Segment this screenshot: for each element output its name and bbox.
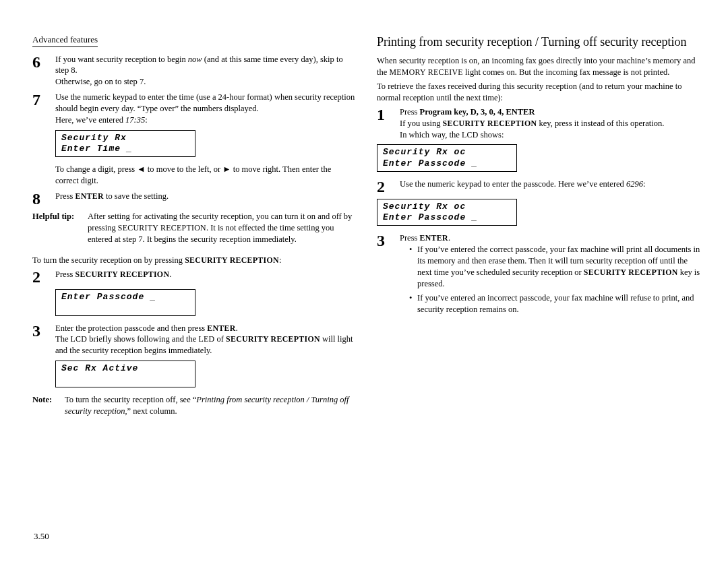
text: Otherwise, go on to step 7. <box>55 76 357 88</box>
key-name: SECURITY RECEPTION <box>584 268 678 277</box>
text: The LCD briefly shows following and the … <box>55 334 357 356</box>
text: . <box>448 233 450 243</box>
step-2: 2 Press SECURITY RECEPTION. <box>32 269 357 285</box>
page-number: 3.50 <box>34 531 49 542</box>
text: The <box>55 334 71 344</box>
intro-paragraph: When security reception is on, an incomi… <box>377 55 701 78</box>
lcd-line-2: Enter Passcode _ <box>383 158 511 169</box>
tip-body: After setting for activating the securit… <box>88 211 357 245</box>
step-r2: 2 Use the numeric keypad to enter the pa… <box>377 179 701 195</box>
key-name: ENTER <box>420 233 448 243</box>
key-name: SECURITY RECEPTION <box>75 270 170 279</box>
step-body: Press Program key, D, 3, 0, 4, ENTER If … <box>400 106 701 141</box>
text-italic: now <box>188 55 202 64</box>
text: to save the setting. <box>104 191 169 201</box>
text: If you using SECURITY RECEPTION key, pre… <box>400 118 701 129</box>
lcd-line-1: Enter Passcode _ <box>61 292 189 303</box>
step-body: Press SECURITY RECEPTION. <box>55 269 357 285</box>
text: Use the numeric keypad to enter the time… <box>55 92 357 115</box>
manual-page: Advanced features 6 If you want security… <box>0 0 728 562</box>
key-name: SECURITY RECEPTION <box>443 119 537 128</box>
step-6: 6 If you want security reception to begi… <box>32 54 357 88</box>
step-number: 2 <box>32 269 55 285</box>
text: Press <box>55 270 75 279</box>
text: : <box>145 115 147 125</box>
two-columns: Advanced features 6 If you want security… <box>32 34 701 420</box>
key-name: ENTER <box>75 191 104 201</box>
lcd-display: Sec Rx Active <box>55 361 195 387</box>
text: Enter the protection passcode and then p… <box>55 323 207 333</box>
step-number: 7 <box>32 92 55 126</box>
small-caps: LED <box>198 334 214 344</box>
right-column: Printing from security reception / Turni… <box>377 34 701 420</box>
text: Here, we’ve entered <box>55 115 125 125</box>
text-italic: 17:35 <box>125 115 145 125</box>
text: ,” next column. <box>125 406 177 416</box>
text: To turn the security reception off, see … <box>65 395 196 404</box>
text: shows: <box>479 130 504 139</box>
text: Here, we’ve entered 17:35: <box>55 115 357 126</box>
text: . <box>169 270 171 279</box>
step-body: Press ENTER. • If you’ve entered the cor… <box>400 232 701 317</box>
bullet-text: If you’ve entered an incorrect passcode,… <box>417 292 701 315</box>
note: Note: To turn the security reception off… <box>32 394 357 417</box>
text: . <box>236 323 238 333</box>
step-number: 3 <box>377 232 400 317</box>
step-body: Use the numeric keypad to enter the time… <box>55 92 357 126</box>
bold-text: Program key, D, 3, 0, 4, ENTER <box>420 107 535 117</box>
lcd-line-1: Security Rx oc <box>383 147 511 158</box>
text: Press <box>400 107 420 117</box>
step-number: 2 <box>377 179 400 195</box>
bullet-text: If you’ve entered the correct passcode, … <box>417 244 701 290</box>
small-caps: LCD <box>462 130 479 139</box>
key-name: SECURITY RECEPTION <box>185 255 279 265</box>
note-body: To turn the security reception off, see … <box>65 394 357 417</box>
lcd-line-1: Sec Rx Active <box>61 363 189 374</box>
bullet: • If you’ve entered an incorrect passcod… <box>409 292 701 315</box>
step-r1: 1 Press Program key, D, 3, 0, 4, ENTER I… <box>377 106 701 141</box>
step-number: 8 <box>32 191 55 207</box>
step-body: Use the numeric keypad to enter the pass… <box>400 179 701 195</box>
text: Press <box>400 233 420 243</box>
text: briefly shows following and the <box>87 334 198 344</box>
small-caps: LCD <box>71 334 88 344</box>
bullet: • If you’ve entered the correct passcode… <box>409 244 701 290</box>
text: Press <box>55 191 75 201</box>
helpful-tip: Helpful tip: After setting for activatin… <box>32 211 357 245</box>
step-number: 6 <box>32 54 55 88</box>
text: If you using <box>400 119 443 128</box>
step-number: 3 <box>32 323 55 357</box>
lcd-line-1: Security Rx <box>61 133 189 144</box>
lcd-display: Security Rx Enter Time _ <box>55 130 195 158</box>
bullet-dot: • <box>409 244 417 290</box>
step-3: 3 Enter the protection passcode and then… <box>32 323 357 357</box>
text: To change a digit, press ◄ to move to th… <box>55 164 357 187</box>
text: To turn the security reception on by pre… <box>32 255 357 266</box>
text: In which way, the LCD shows: <box>400 129 701 141</box>
lcd-display: Enter Passcode _ <box>55 289 195 316</box>
text: In which way, the <box>400 130 462 139</box>
bullet-dot: • <box>409 292 417 315</box>
lcd-display: Security Rx oc Enter Passcode _ <box>377 144 517 172</box>
text: Use the numeric keypad to enter the pass… <box>400 179 626 189</box>
step-body: If you want security reception to begin … <box>55 54 357 88</box>
step-number: 1 <box>377 106 400 141</box>
text: : <box>279 255 281 265</box>
lcd-display: Security Rx oc Enter Passcode _ <box>377 199 517 226</box>
lcd-line-2: Enter Passcode _ <box>383 212 511 223</box>
step-body: Enter the protection passcode and then p… <box>55 323 357 357</box>
step-8: 8 Press ENTER to save the setting. <box>32 191 357 207</box>
text-italic: 6296 <box>626 179 643 189</box>
lcd-line-2: Enter Time _ <box>61 144 189 154</box>
lcd-line-1: Security Rx oc <box>383 201 511 212</box>
text: of <box>214 334 226 344</box>
text: key, press it instead of this operation. <box>537 119 664 128</box>
intro-paragraph-2: To retrieve the faxes received during th… <box>377 81 701 104</box>
key-name: ENTER <box>207 323 235 333</box>
text: : <box>643 179 645 189</box>
text: To turn the security reception on by pre… <box>32 255 185 265</box>
note-label: Note: <box>32 394 65 417</box>
key-name: SECURITY RECEPTION <box>226 334 320 344</box>
step-r3: 3 Press ENTER. • If you’ve entered the c… <box>377 232 701 317</box>
section-label: Advanced features <box>32 34 98 47</box>
